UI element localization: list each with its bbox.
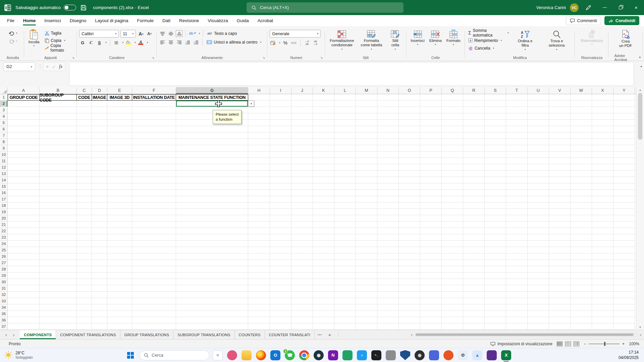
cell-N31[interactable] [377,285,399,292]
vertical-scrollbar[interactable]: ▴ ▾ [636,87,644,330]
cell-L27[interactable] [334,260,356,266]
cell-W10[interactable] [571,152,592,158]
cell-V9[interactable] [549,145,571,152]
cell-E6[interactable] [107,126,132,132]
page-layout-view-button[interactable] [565,342,571,346]
cell-A18[interactable] [8,202,40,209]
cell-H33[interactable] [248,298,270,304]
cell-T25[interactable] [506,247,528,253]
cell-F1[interactable]: INSTALLATION DATE [132,94,176,101]
cell-M14[interactable] [356,177,377,183]
undo-button[interactable]: ▾ [8,30,17,37]
cell-L1[interactable] [334,94,356,101]
cell-Y31[interactable] [613,285,635,292]
cell-D6[interactable] [92,126,107,132]
cell-I18[interactable] [270,202,291,209]
cell-G6[interactable] [176,126,248,132]
cell-O7[interactable] [399,132,420,139]
cell-P30[interactable] [420,279,442,285]
cell-T2[interactable] [506,101,528,107]
cell-E15[interactable] [107,183,132,190]
row-header-4[interactable]: 4 [0,113,8,120]
taskbar-app-notepad-icon[interactable]: ≡ [213,350,223,360]
cell-D10[interactable] [92,152,107,158]
cell-F11[interactable] [132,158,176,164]
cell-T23[interactable] [506,234,528,241]
row-header-25[interactable]: 25 [0,247,8,253]
cell-A21[interactable] [8,222,40,228]
cell-A15[interactable] [8,183,40,190]
cell-P13[interactable] [420,171,442,177]
delete-cells-button[interactable]: Elimina▾ [427,29,444,47]
cell-T18[interactable] [506,202,528,209]
cell-S15[interactable] [485,183,506,190]
cell-C6[interactable] [77,126,92,132]
cell-W9[interactable] [571,145,592,152]
cell-N32[interactable] [377,292,399,298]
cell-J26[interactable] [291,253,313,260]
cell-V31[interactable] [549,285,571,292]
cell-Q4[interactable] [442,113,463,120]
cell-W13[interactable] [571,171,592,177]
column-header-S[interactable]: S [485,87,506,94]
cell-J14[interactable] [291,177,313,183]
cell-A9[interactable] [8,145,40,152]
cell-Q36[interactable] [442,317,463,323]
cell-W12[interactable] [571,164,592,171]
cell-B37[interactable] [40,323,77,330]
cell-V24[interactable] [549,241,571,247]
cell-V30[interactable] [549,279,571,285]
cell-T31[interactable] [506,285,528,292]
cell-B10[interactable] [40,152,77,158]
align-top-button[interactable] [159,30,166,37]
cell-J34[interactable] [291,304,313,311]
row-header-19[interactable]: 19 [0,209,8,215]
sheet-tab-components[interactable]: COMPONENTS [20,330,56,339]
cell-U13[interactable] [528,171,549,177]
cell-U22[interactable] [528,228,549,234]
cell-S5[interactable] [485,120,506,126]
cell-B5[interactable] [40,120,77,126]
cell-A27[interactable] [8,260,40,266]
row-header-23[interactable]: 23 [0,234,8,241]
cell-L21[interactable] [334,222,356,228]
cell-G23[interactable] [176,234,248,241]
column-header-M[interactable]: M [356,87,377,94]
page-break-view-button[interactable] [574,342,579,346]
increase-decimal-button[interactable]: ←0,00 [304,40,310,46]
cell-B13[interactable] [40,171,77,177]
cell-K10[interactable] [313,152,334,158]
cell-D1[interactable]: IMAGE [92,94,107,101]
cell-L4[interactable] [334,113,356,120]
ribbon-collapse-chevron[interactable]: ▾ [639,56,641,59]
cell-K2[interactable] [313,101,334,107]
cell-O17[interactable] [399,196,420,202]
cell-J24[interactable] [291,241,313,247]
cell-P14[interactable] [420,177,442,183]
taskbar-app-file-explorer-icon[interactable] [241,350,252,360]
cell-C16[interactable] [77,190,92,196]
alignment-dialog-launcher[interactable]: ↘ [263,56,265,59]
cell-N5[interactable] [377,120,399,126]
cell-I31[interactable] [270,285,291,292]
cell-K32[interactable] [313,292,334,298]
cell-L37[interactable] [334,323,356,330]
cell-R29[interactable] [463,273,485,279]
cell-R5[interactable] [463,120,485,126]
cell-M33[interactable] [356,298,377,304]
column-header-P[interactable]: P [420,87,442,94]
cell-O28[interactable] [399,266,420,273]
cell-W26[interactable] [571,253,592,260]
cell-H7[interactable] [248,132,270,139]
cell-J16[interactable] [291,190,313,196]
font-name-select[interactable]: Calibri▾ [79,30,119,38]
cell-G14[interactable] [176,177,248,183]
cell-Q18[interactable] [442,202,463,209]
cell-E16[interactable] [107,190,132,196]
cell-E21[interactable] [107,222,132,228]
cell-O8[interactable] [399,139,420,145]
cell-M8[interactable] [356,139,377,145]
cell-E9[interactable] [107,145,132,152]
comma-style-button[interactable]: 000 [290,40,297,46]
cell-N13[interactable] [377,171,399,177]
